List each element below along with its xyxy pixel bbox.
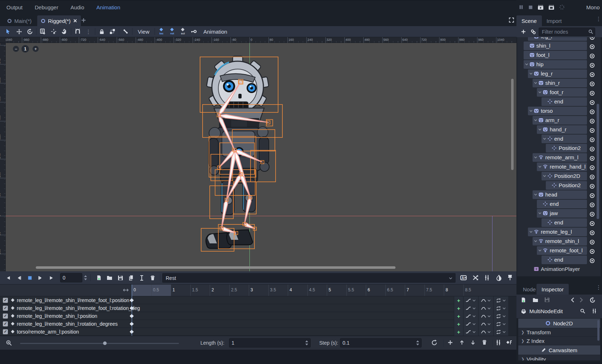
group-object-button[interactable] [107, 27, 118, 36]
instance-scene-button[interactable] [529, 27, 538, 37]
chevron-icon[interactable] [502, 322, 506, 326]
duplicate-animation-icon[interactable] [126, 273, 136, 282]
zoom-in-button[interactable]: + [33, 46, 39, 52]
visibility-eye-icon[interactable] [589, 230, 595, 236]
dock-menu-icon[interactable]: ⋮ [596, 18, 601, 20]
collapse-arrow-icon[interactable] [529, 72, 533, 76]
visibility-eye-icon[interactable] [589, 156, 595, 161]
history-icon[interactable] [589, 297, 596, 303]
canvas-horizontal-scrollbar[interactable] [36, 266, 395, 269]
collapse-arrow-icon[interactable] [543, 137, 547, 141]
tree-row[interactable]: leg_r [517, 69, 601, 78]
update-mode-cell[interactable] [463, 304, 478, 312]
add-key-cell[interactable]: + [454, 320, 463, 328]
select-tool-button[interactable] [3, 27, 14, 36]
key-loc-toggle[interactable]: loc [156, 27, 167, 36]
key-rot-toggle[interactable]: rot [167, 27, 178, 36]
track-enabled-checkbox[interactable]: ✓ [3, 314, 8, 319]
scene-tree[interactable]: leg_lshin_lfoot_lhipleg_rshin_rfoot_rend… [517, 37, 601, 276]
visibility-eye-icon[interactable] [589, 146, 595, 152]
tree-row[interactable]: end [517, 134, 601, 144]
track-enabled-checkbox[interactable]: ✓ [3, 306, 8, 311]
pan-tool-button[interactable] [59, 27, 70, 36]
visibility-eye-icon[interactable] [589, 100, 595, 105]
zoom-out-button[interactable]: − [13, 46, 19, 52]
scene-tree-scrollbar[interactable] [597, 104, 599, 219]
tab-inspector[interactable]: Inspector [537, 284, 569, 295]
move-up-icon[interactable] [459, 340, 465, 345]
inspector-category[interactable]: Node2D [518, 319, 600, 328]
visibility-eye-icon[interactable] [589, 37, 595, 40]
animation-track-row[interactable]: ✓remote_leg_l/remote_shin_l/remote_foot_… [0, 304, 508, 312]
add-tab-icon[interactable] [81, 18, 86, 23]
visibility-eye-icon[interactable] [589, 174, 595, 180]
update-mode-cell[interactable] [463, 328, 478, 336]
chevron-icon[interactable] [487, 330, 491, 334]
rotate-tool-button[interactable] [24, 27, 35, 36]
chevron-icon[interactable] [502, 299, 506, 302]
visibility-eye-icon[interactable] [589, 221, 595, 226]
collapse-arrow-icon[interactable] [529, 37, 533, 38]
visibility-eye-icon[interactable] [589, 44, 595, 49]
update-mode-icon[interactable] [466, 299, 471, 302]
visibility-eye-icon[interactable] [589, 72, 595, 77]
tree-row[interactable]: hip [517, 60, 601, 69]
visibility-eye-icon[interactable] [589, 53, 595, 59]
new-animation-icon[interactable] [93, 273, 104, 282]
rename-animation-icon[interactable] [136, 273, 147, 282]
chevron-icon[interactable] [472, 314, 476, 318]
list-select-tool-button[interactable] [38, 27, 48, 36]
visibility-eye-icon[interactable] [589, 202, 595, 208]
interpolation-mode-icon[interactable] [481, 315, 486, 318]
visibility-eye-icon[interactable] [589, 91, 595, 96]
collapse-arrow-icon[interactable] [534, 239, 538, 243]
visibility-eye-icon[interactable] [589, 165, 595, 170]
tree-row[interactable]: end [517, 218, 601, 227]
add-key-icon[interactable]: + [457, 321, 460, 327]
update-mode-icon[interactable] [466, 314, 471, 318]
pivot-tool-button[interactable] [48, 27, 59, 36]
bottom-panel-output[interactable]: Output [6, 4, 23, 10]
tree-row[interactable]: foot_r [517, 88, 601, 97]
move-tool-button[interactable] [14, 27, 24, 36]
insert-key-icon[interactable] [188, 27, 199, 36]
key-scl-toggle[interactable]: scl [178, 27, 188, 36]
timeline-ruler[interactable]: 00.511.522.533.544.555.566.577.588.5 [0, 285, 516, 296]
add-key-cell[interactable]: + [454, 296, 463, 304]
interpolation-mode-icon[interactable] [481, 307, 486, 310]
bone-tool-button[interactable] [120, 27, 131, 36]
step-backwards-icon[interactable] [14, 273, 24, 282]
tree-row[interactable]: Position2 [517, 181, 601, 190]
add-track-icon[interactable] [447, 340, 453, 345]
add-key-cell[interactable]: + [454, 312, 463, 320]
insert-key-icon[interactable] [506, 340, 513, 345]
update-mode-icon[interactable] [466, 330, 471, 334]
collapse-arrow-icon[interactable] [543, 174, 547, 178]
add-key-icon[interactable]: + [457, 313, 460, 319]
tree-row[interactable]: remote_hand_l [517, 162, 601, 171]
loop-wrap-icon[interactable] [496, 330, 501, 334]
play-backwards-icon[interactable] [3, 273, 14, 282]
step-forwards-icon[interactable] [35, 273, 46, 282]
collapse-arrow-icon[interactable] [538, 248, 542, 252]
tab-scene[interactable]: Scene [516, 15, 542, 26]
track-enabled-checkbox[interactable]: ✓ [3, 321, 8, 326]
visibility-eye-icon[interactable] [589, 258, 595, 263]
collapse-arrow-icon[interactable] [534, 155, 538, 159]
zoom-reset-button[interactable]: 1 [21, 45, 29, 53]
lock-object-button[interactable] [96, 27, 107, 36]
chevron-icon[interactable] [487, 299, 491, 302]
chevron-icon[interactable] [472, 306, 476, 310]
visibility-eye-icon[interactable] [589, 184, 595, 189]
play-scene-icon[interactable] [538, 5, 544, 10]
bottom-panel-debugger[interactable]: Debugger [35, 4, 58, 10]
add-key-icon[interactable]: + [457, 305, 460, 311]
tree-row[interactable]: end [517, 255, 601, 264]
scene-tab-rigged[interactable]: Rigged(*) [37, 15, 81, 26]
loop-animation-icon[interactable] [431, 340, 437, 346]
scene-tab-main[interactable]: Main(*) [4, 15, 35, 26]
animation-track-row[interactable]: ✓remote_leg_l/remote_shin_l/remote_foot_… [0, 296, 508, 304]
inspector-scrollbar[interactable] [597, 320, 599, 341]
step-spinner-icon[interactable] [416, 340, 419, 346]
loop-mode-cell[interactable] [493, 328, 508, 336]
